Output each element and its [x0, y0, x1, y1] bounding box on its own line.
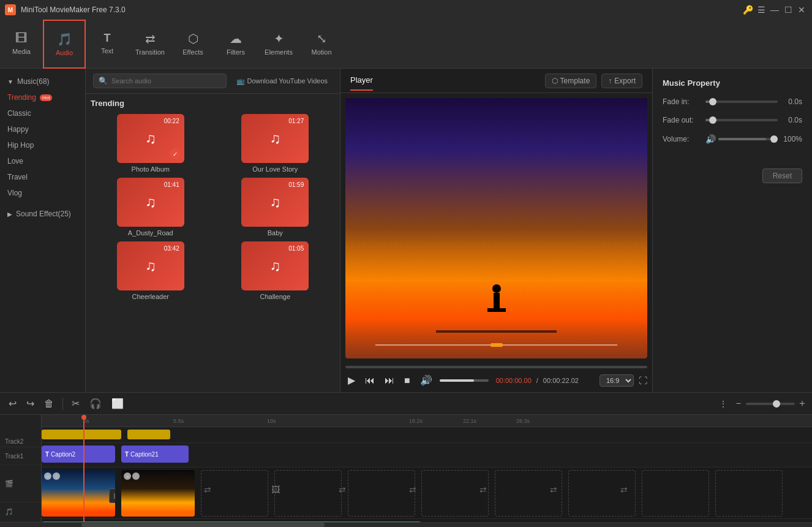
audio-item-photo-album[interactable]: ♫ 00:22 ✓ Photo Album: [91, 114, 211, 173]
toolbar-text[interactable]: T Text: [86, 20, 129, 69]
elements-icon: ✦: [274, 31, 284, 46]
freeze-icon-2: ❄: [124, 472, 131, 480]
sidebar-sound-effect-parent[interactable]: ▶ Sound Effect(25): [0, 206, 85, 222]
search-icon: 🔍: [99, 77, 108, 85]
delete-button[interactable]: 🗑: [40, 396, 58, 412]
audio-clip[interactable]: 🎵 Photo Album 22.1s: [42, 521, 421, 522]
fade-in-slider[interactable]: [705, 100, 778, 103]
volume-button[interactable]: 🔊: [418, 373, 435, 387]
search-box[interactable]: 🔍: [93, 74, 227, 88]
audio-item-cheerleader[interactable]: ♫ 03:42 Cheerleader: [91, 241, 211, 300]
track1: T Caption2 T Caption21: [42, 443, 812, 468]
zoom-in-button[interactable]: ＋: [797, 397, 807, 410]
placeholder-clip-6[interactable]: [421, 470, 489, 517]
progress-bar[interactable]: [345, 366, 647, 368]
prev-frame-button[interactable]: ⏮: [363, 374, 377, 387]
audio-item-dusty-road[interactable]: ♫ 01:41 A_Dusty_Road: [91, 178, 211, 237]
key-icon-btn[interactable]: 🔑: [742, 4, 753, 15]
audio-thumb-cheerleader[interactable]: ♫ 03:42: [117, 241, 184, 290]
search-input[interactable]: [111, 77, 221, 85]
maximize-button[interactable]: ☐: [783, 4, 794, 15]
audio-item-our-love-story[interactable]: ♫ 01:27 Our Love Story: [216, 114, 336, 173]
sidebar-item-trending[interactable]: Trending Hot: [0, 89, 85, 105]
scrollbar-thumb[interactable]: [81, 523, 325, 527]
clip-1-icons: ❄ ♪: [44, 472, 60, 480]
download-youtube-btn[interactable]: 📺 Download YouTube Videos: [231, 75, 333, 88]
placeholder-clip-9[interactable]: [642, 470, 709, 517]
placeholder-clip-5[interactable]: [348, 470, 415, 517]
elements-label: Elements: [265, 48, 293, 56]
sidebar-item-classic[interactable]: Classic: [0, 105, 85, 121]
aspect-ratio-select[interactable]: 16:9 9:16 1:1: [600, 374, 634, 387]
check-icon: ✓: [170, 148, 181, 159]
caption21-label: Caption21: [130, 451, 159, 458]
audio-item-challenge[interactable]: ♫ 01:05 Challenge: [216, 241, 336, 300]
play-button[interactable]: ▶: [345, 373, 358, 387]
video-clip-1[interactable]: ❄ ♪ 🖼: [42, 470, 115, 517]
placeholder-clip-10[interactable]: [715, 470, 783, 517]
audio-thumb-our-love-story[interactable]: ♫ 01:27: [241, 114, 309, 163]
crop-button[interactable]: ⬜: [108, 395, 127, 412]
audio-thumb-baby[interactable]: ♫ 01:59: [241, 178, 309, 227]
toolbar-elements[interactable]: ✦ Elements: [257, 20, 300, 69]
audio-split-button[interactable]: 🎧: [86, 395, 105, 412]
volume-icon: 🔊: [705, 134, 716, 144]
sidebar-item-hiphop[interactable]: Hip Hop: [0, 137, 85, 153]
audio-thumb-photo-album[interactable]: ♫ 00:22 ✓: [117, 114, 184, 163]
toolbar-audio[interactable]: 🎵 Audio: [43, 20, 86, 69]
zoom-out-button[interactable]: －: [734, 397, 743, 410]
volume-bar[interactable]: [718, 138, 778, 140]
cut-button[interactable]: ✂: [68, 395, 83, 412]
zoom-slider[interactable]: [746, 403, 795, 405]
placeholder-clip-3[interactable]: [201, 470, 268, 517]
filters-icon: ☁: [230, 31, 242, 46]
yellow-clip-1[interactable]: [42, 430, 121, 439]
challenge-name: Challenge: [260, 293, 290, 300]
placeholder-clip-8[interactable]: [568, 470, 636, 517]
redo-button[interactable]: ↪: [23, 395, 38, 412]
ruler-18-2s: 18.2s: [409, 418, 423, 424]
fullscreen-button[interactable]: ⛶: [639, 376, 647, 385]
template-button[interactable]: ⬡ Template: [545, 74, 597, 88]
sidebar-item-love[interactable]: Love: [0, 153, 85, 169]
video-clip-2[interactable]: ❄ ♪: [121, 470, 195, 517]
undo-button[interactable]: ↩: [5, 395, 20, 412]
audio-item-baby[interactable]: ♫ 01:59 Baby: [216, 178, 336, 237]
tab-player[interactable]: Player: [350, 70, 373, 91]
close-button[interactable]: ✕: [796, 4, 807, 15]
placeholder-clip-4[interactable]: [274, 470, 342, 517]
toolbar-effects[interactable]: ⬡ Effects: [171, 20, 214, 69]
picture-icon-1[interactable]: 🖼: [109, 488, 115, 503]
export-button[interactable]: ↑ Export: [601, 74, 642, 88]
reset-button[interactable]: Reset: [762, 169, 802, 183]
columns-icon[interactable]: ⋮: [715, 396, 731, 411]
audio-thumb-dusty-road[interactable]: ♫ 01:41: [117, 178, 184, 227]
fade-out-slider[interactable]: [705, 119, 778, 121]
media-icon: 🎞: [15, 31, 28, 45]
sidebar-item-vlog[interactable]: Vlog: [0, 185, 85, 201]
playhead: [83, 415, 85, 522]
toolbar-filters[interactable]: ☁ Filters: [214, 20, 257, 69]
toolbar-motion[interactable]: ⤡ Motion: [300, 20, 343, 69]
timeline-scrollbar[interactable]: [0, 522, 812, 527]
minimize-button[interactable]: —: [769, 4, 780, 15]
toolbar-media[interactable]: 🎞 Media: [0, 20, 43, 69]
sidebar-music-parent[interactable]: ▼ Music(68): [0, 74, 85, 89]
sidebar-item-travel[interactable]: Travel: [0, 169, 85, 185]
sidebar-item-happy[interactable]: Happy: [0, 121, 85, 137]
timeline-main[interactable]: 0s 5.5s 10s 18.2s 22.1s 26.3s: [42, 415, 812, 522]
total-time: 00:00:22.02: [543, 377, 579, 384]
toolbar-transition[interactable]: ⇄ Transition: [129, 20, 171, 69]
app-logo: M: [5, 4, 16, 15]
audio-thumb-challenge[interactable]: ♫ 01:05: [241, 241, 309, 290]
stop-button[interactable]: ■: [402, 374, 413, 387]
placeholder-clip-7[interactable]: [495, 470, 562, 517]
caption21-clip[interactable]: T Caption21: [121, 445, 189, 463]
playhead-head: [81, 415, 86, 420]
volume-slider[interactable]: [440, 379, 489, 382]
next-frame-button[interactable]: ⏭: [382, 374, 397, 387]
chevron-right-icon: ▶: [7, 211, 12, 218]
yellow-clip-2[interactable]: [127, 430, 170, 439]
caption2-clip[interactable]: T Caption2: [42, 445, 115, 463]
menu-icon-btn[interactable]: ☰: [756, 4, 767, 15]
